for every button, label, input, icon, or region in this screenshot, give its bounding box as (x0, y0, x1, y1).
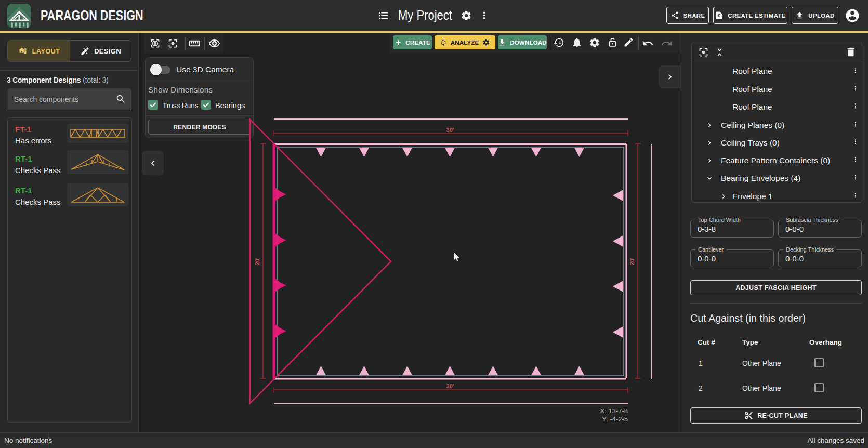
svg-text:30': 30' (446, 127, 454, 133)
svg-text:30': 30' (446, 383, 454, 389)
svg-text:$: $ (718, 14, 720, 18)
svg-text:X: 13-7-8: X: 13-7-8 (600, 407, 628, 415)
svg-text:20': 20' (254, 257, 260, 265)
svg-text:20': 20' (629, 257, 635, 265)
svg-text:Y: -4-2-5: Y: -4-2-5 (602, 415, 628, 423)
